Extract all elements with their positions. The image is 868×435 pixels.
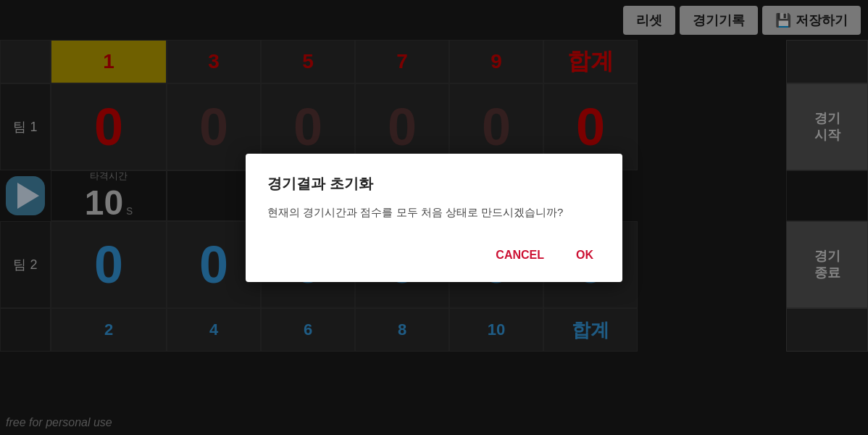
dialog-overlay: 경기결과 초기화 현재의 경기시간과 점수를 모두 처음 상태로 만드시겠습니까…: [0, 0, 868, 435]
dialog-cancel-button[interactable]: CANCEL: [488, 243, 551, 268]
dialog-title: 경기결과 초기화: [267, 174, 601, 194]
dialog-ok-button[interactable]: OK: [569, 243, 601, 268]
dialog-actions: CANCEL OK: [267, 243, 601, 268]
dialog-body: 현재의 경기시간과 점수를 모두 처음 상태로 만드시겠습니까?: [267, 204, 601, 221]
dialog: 경기결과 초기화 현재의 경기시간과 점수를 모두 처음 상태로 만드시겠습니까…: [246, 154, 622, 282]
